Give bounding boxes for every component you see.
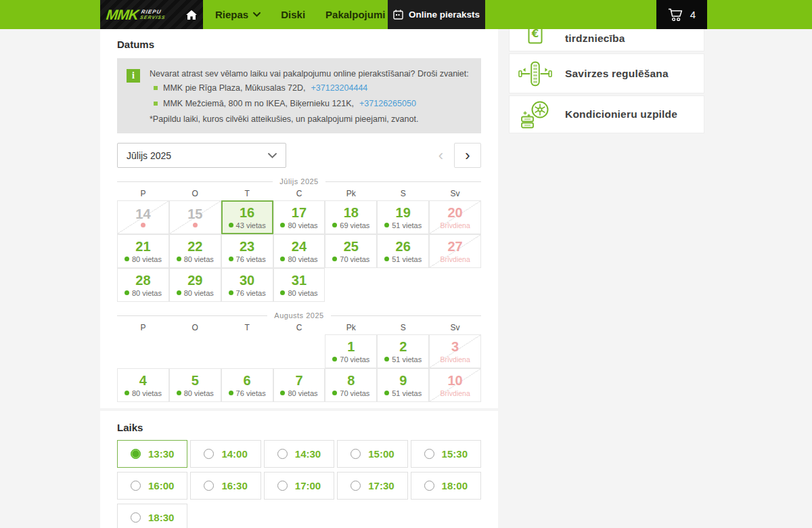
calendar-day-31[interactable]: 3180 vietas <box>273 268 325 302</box>
time-label: 16:30 <box>221 480 247 491</box>
slots-count: 80 vietas <box>125 289 162 297</box>
day-number: 25 <box>344 240 359 253</box>
logo[interactable]: MMK RIEPU SERVISS <box>100 0 203 29</box>
calendar-day-1[interactable]: 170 vietas <box>325 334 377 368</box>
sidebar-item-kondicionieru-uzpilde[interactable]: Kondicionieru uzpilde <box>509 95 704 133</box>
calendar-day-7[interactable]: 780 vietas <box>273 368 325 402</box>
time-slot-16-00[interactable]: 16:00 <box>117 472 187 500</box>
slots-text: 70 vietas <box>340 355 369 364</box>
datums-heading: Datums <box>117 39 481 50</box>
laiks-section: Laiks 13:3014:0014:3015:0015:3016:0016:3… <box>100 411 498 528</box>
slots-text: 70 vietas <box>340 255 369 263</box>
phone-link[interactable]: +37126265050 <box>359 99 416 108</box>
calendar-day-18[interactable]: 1869 vietas <box>325 200 377 234</box>
time-slot-16-30[interactable]: 16:30 <box>190 472 261 500</box>
availability-dot-icon <box>332 257 337 261</box>
calendar-day-23[interactable]: 2376 vietas <box>221 234 273 268</box>
time-label: 15:30 <box>442 448 468 460</box>
day-header: Sv <box>429 187 481 200</box>
calendar-day-21[interactable]: 2180 vietas <box>117 234 169 268</box>
slots-count: 70 vietas <box>332 389 369 397</box>
time-slot-14-30[interactable]: 14:30 <box>264 440 334 468</box>
time-slot-15-30[interactable]: 15:30 <box>411 440 481 468</box>
calendar-day-2[interactable]: 251 vietas <box>377 334 429 368</box>
slots-count: 80 vietas <box>177 255 214 263</box>
day-header: Pk <box>325 187 377 200</box>
availability-dot-icon <box>229 223 233 227</box>
day-number: 6 <box>244 374 251 387</box>
day-number: 9 <box>399 374 407 387</box>
menu-item-riepas[interactable]: Riepas <box>215 9 261 20</box>
time-slot-17-00[interactable]: 17:00 <box>264 472 334 500</box>
calendar-day-9[interactable]: 951 vietas <box>377 368 429 402</box>
day-header: C <box>273 187 325 200</box>
divider-line <box>117 315 267 316</box>
availability-dot-icon <box>280 223 285 227</box>
calendar-day-8[interactable]: 870 vietas <box>325 368 377 402</box>
page: Riepas Diski Pakalpojumi MMK RIEPU SERVI… <box>0 0 812 528</box>
calendar-title-row: Augusts 2025 <box>117 311 481 320</box>
availability-dot-icon <box>384 391 389 395</box>
calendar-day-3: 3Brīvdiena <box>429 334 481 368</box>
slots-count: 80 vietas <box>125 255 162 263</box>
time-slot-15-00[interactable]: 15:00 <box>337 440 407 468</box>
wheel-alignment-icon <box>518 60 552 87</box>
day-number: 18 <box>344 206 359 219</box>
calendar-day-14: 14 <box>117 200 169 234</box>
day-number: 15 <box>187 207 202 221</box>
calendar-day-19[interactable]: 1951 vietas <box>377 200 429 234</box>
calendar-day-16[interactable]: 1643 vietas <box>221 200 273 234</box>
calendar-day-17[interactable]: 1780 vietas <box>273 200 325 234</box>
calendar-day-5[interactable]: 580 vietas <box>169 368 221 402</box>
time-slot-18-00[interactable]: 18:00 <box>411 472 481 500</box>
slots-count: 51 vietas <box>384 389 422 397</box>
calendar-day-29[interactable]: 2980 vietas <box>169 268 221 302</box>
time-label: 15:00 <box>368 448 394 460</box>
slots-count: 80 vietas <box>177 389 214 397</box>
time-slot-13-30[interactable]: 13:30 <box>117 440 187 468</box>
day-header: P <box>117 321 169 334</box>
unavailable-dot-icon <box>141 223 145 227</box>
location-line: MMK Mežciemā, 800 m no IKEA, Biķernieku … <box>154 99 469 108</box>
slots-text: 80 vietas <box>288 389 317 397</box>
slots-text: 51 vietas <box>392 221 422 229</box>
chevron-down-icon <box>268 153 277 158</box>
calendar-day-22[interactable]: 2280 vietas <box>169 234 221 268</box>
phone-link[interactable]: +37123204444 <box>311 83 368 93</box>
availability-dot-icon <box>229 391 233 395</box>
calendar-day-30[interactable]: 3076 vietas <box>221 268 273 302</box>
availability-dot-icon <box>229 257 233 261</box>
home-button[interactable] <box>186 10 197 20</box>
holiday-label: Brīvdiena <box>440 355 470 364</box>
calendar-day-4[interactable]: 480 vietas <box>117 368 169 402</box>
time-slot-14-00[interactable]: 14:00 <box>190 440 261 468</box>
menu-item-pakalpojumi[interactable]: Pakalpojumi <box>325 9 397 20</box>
calendar-day-26[interactable]: 2651 vietas <box>377 234 429 268</box>
month-dropdown[interactable]: Jūlijs 2025 <box>117 143 286 168</box>
calendar-day-6[interactable]: 676 vietas <box>221 368 273 402</box>
calendar-day-20: 20Brīvdiena <box>429 200 481 234</box>
sidebar-item-savirzes-regulesana[interactable]: Savirzes regulēšana <box>509 53 704 93</box>
calendar-day-25[interactable]: 2570 vietas <box>325 234 377 268</box>
online-pieraksts-button[interactable]: Online pieraksts <box>388 0 485 29</box>
online-pieraksts-label: Online pieraksts <box>409 9 480 20</box>
month-dropdown-value: Jūlijs 2025 <box>127 150 171 161</box>
calendar-month-title: Jūlijs 2025 <box>279 177 318 185</box>
day-header: P <box>117 187 169 200</box>
next-month-button[interactable]: › <box>454 143 481 168</box>
calendar-day-24[interactable]: 2480 vietas <box>273 234 325 268</box>
availability-dot-icon <box>125 290 129 295</box>
calendar-day-28[interactable]: 2880 vietas <box>117 268 169 302</box>
cart-button[interactable]: 4 <box>656 0 707 29</box>
logo-subtext: RIEPU SERVISS <box>140 9 168 20</box>
availability-dot-icon <box>384 357 389 361</box>
day-number: 2 <box>399 340 407 353</box>
menu-item-diski[interactable]: Diski <box>281 9 305 20</box>
time-slot-18-30[interactable]: 18:30 <box>117 504 187 528</box>
slots-text: 80 vietas <box>288 221 317 229</box>
time-label: 18:00 <box>442 480 468 491</box>
time-slot-17-30[interactable]: 17:30 <box>337 472 407 500</box>
slots-count: 76 vietas <box>229 389 266 397</box>
divider-line <box>331 315 481 316</box>
availability-dot-icon <box>177 391 181 395</box>
